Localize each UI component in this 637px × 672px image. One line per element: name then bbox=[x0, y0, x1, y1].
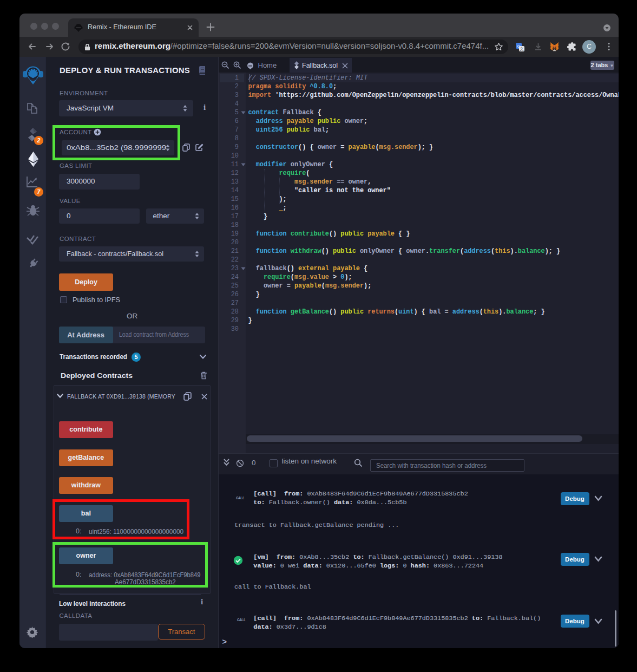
svg-text:文: 文 bbox=[520, 47, 524, 51]
